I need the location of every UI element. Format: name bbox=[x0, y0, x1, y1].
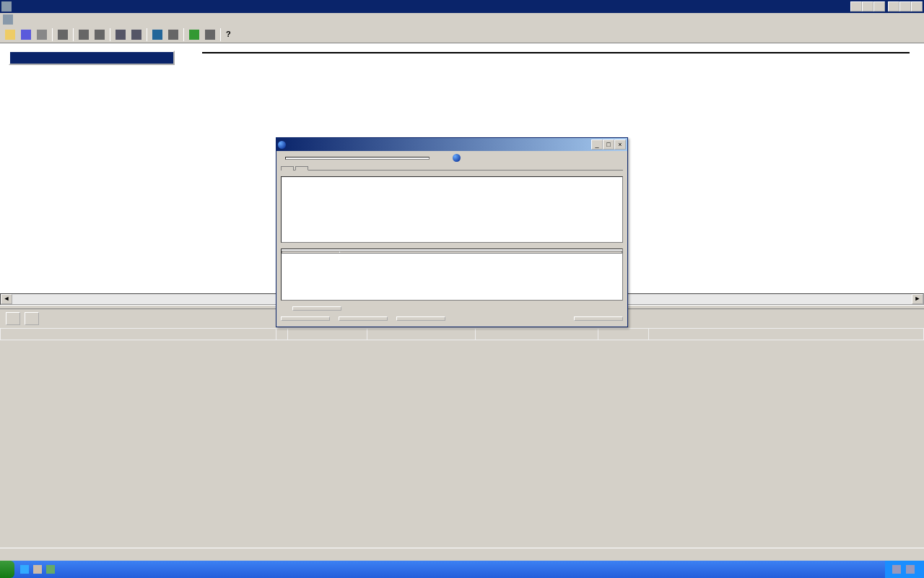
app-icon bbox=[1, 1, 12, 12]
open-icon[interactable] bbox=[3, 27, 17, 42]
run-icon bbox=[453, 154, 461, 162]
chan-col-error[interactable] bbox=[340, 251, 622, 254]
statusbar bbox=[0, 548, 924, 561]
display-button[interactable] bbox=[292, 306, 341, 311]
compile-icon[interactable] bbox=[35, 27, 49, 42]
catalog-icon[interactable] bbox=[150, 27, 165, 42]
tab-diagnostic-interrupt[interactable] bbox=[295, 166, 308, 171]
upload-icon[interactable] bbox=[129, 27, 144, 42]
col-module[interactable] bbox=[287, 329, 367, 340]
quicklaunch bbox=[17, 561, 60, 578]
profibus-line[interactable] bbox=[202, 52, 910, 53]
mdi-icon bbox=[3, 14, 13, 25]
minimize-button[interactable] bbox=[850, 1, 862, 12]
tray-icon-2[interactable] bbox=[906, 565, 915, 574]
nav-fwd-button[interactable] bbox=[25, 312, 39, 325]
col-slot[interactable] bbox=[1, 329, 276, 340]
taskbar bbox=[0, 561, 924, 578]
download-icon[interactable] bbox=[113, 27, 128, 42]
desktop-icon[interactable] bbox=[33, 565, 42, 574]
mdi-minimize-button[interactable] bbox=[888, 1, 899, 12]
dlg-min-button[interactable]: _ bbox=[591, 139, 603, 150]
ie-icon[interactable] bbox=[20, 565, 29, 574]
save-icon[interactable] bbox=[19, 27, 33, 42]
start-button[interactable] bbox=[0, 561, 14, 578]
toolbar: ? bbox=[0, 26, 924, 43]
tab-general[interactable] bbox=[281, 166, 294, 171]
chan-diag-table-wrap[interactable] bbox=[281, 249, 623, 301]
menubar bbox=[0, 13, 924, 26]
dlg-max-button[interactable]: □ bbox=[603, 139, 614, 150]
close-button[interactable] bbox=[281, 316, 330, 321]
col-icon[interactable] bbox=[276, 329, 287, 340]
mdi-close-button[interactable] bbox=[911, 1, 923, 12]
col-qaddr[interactable] bbox=[598, 329, 648, 340]
print-button[interactable] bbox=[396, 316, 445, 321]
col-extra1[interactable] bbox=[648, 329, 924, 340]
properties-icon[interactable] bbox=[166, 27, 180, 42]
tray-icon-1[interactable] bbox=[892, 565, 901, 574]
paste-icon[interactable] bbox=[92, 27, 107, 42]
chan-col-no[interactable] bbox=[282, 251, 340, 254]
rack-header bbox=[10, 52, 173, 64]
whats-this-icon[interactable]: ? bbox=[224, 27, 238, 42]
path-value bbox=[285, 157, 430, 160]
module-info-dialog: _ □ × bbox=[276, 137, 628, 327]
close-button[interactable] bbox=[873, 1, 885, 12]
info-icon bbox=[278, 141, 286, 149]
module-table[interactable] bbox=[0, 328, 924, 340]
col-iaddr[interactable] bbox=[475, 329, 598, 340]
std-diag-box[interactable] bbox=[281, 176, 623, 243]
go-online-icon[interactable] bbox=[187, 27, 201, 42]
scroll-right-icon[interactable]: ► bbox=[912, 294, 923, 304]
restore-button[interactable] bbox=[862, 1, 873, 12]
app-titlebar bbox=[0, 0, 924, 13]
rack-panel[interactable] bbox=[9, 51, 175, 65]
print-icon[interactable] bbox=[56, 27, 70, 42]
app-icon[interactable] bbox=[46, 565, 55, 574]
update-button[interactable] bbox=[339, 316, 388, 321]
detail-table-wrap bbox=[0, 328, 924, 545]
help-button[interactable] bbox=[574, 316, 623, 321]
system-tray[interactable] bbox=[885, 561, 924, 578]
mdi-restore-button[interactable] bbox=[899, 1, 911, 12]
go-offline-icon[interactable] bbox=[203, 27, 217, 42]
col-order[interactable] bbox=[367, 329, 475, 340]
scroll-left-icon[interactable]: ◄ bbox=[1, 294, 12, 304]
nav-back-button[interactable] bbox=[6, 312, 20, 325]
copy-icon[interactable] bbox=[77, 27, 91, 42]
dialog-titlebar[interactable]: _ □ × bbox=[276, 138, 627, 151]
dlg-close-button[interactable]: × bbox=[614, 139, 626, 150]
